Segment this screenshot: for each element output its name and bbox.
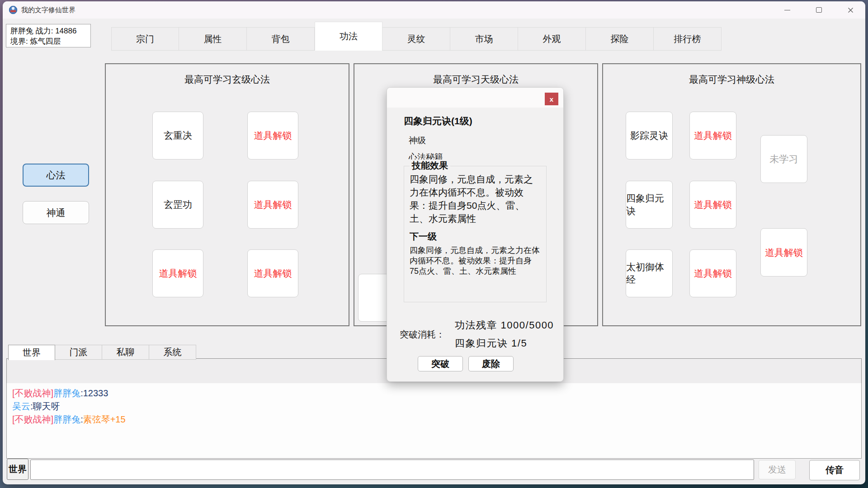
skill-button-locked[interactable]: 道具解锁	[760, 228, 807, 277]
chat-tab-private[interactable]: 私聊	[102, 345, 149, 360]
chat-message-text: :聊天呀	[30, 401, 60, 411]
chat-tab-system[interactable]: 系统	[149, 345, 196, 360]
skill-button-unlearned[interactable]: 未学习	[760, 135, 807, 183]
chat-message: [不败战神]胖胖兔:素弦琴+15	[12, 413, 856, 426]
skill-button-locked[interactable]: 道具解锁	[247, 181, 298, 229]
window-title: 我的文字修仙世界	[21, 6, 75, 14]
chat-channel-button[interactable]: 世界	[7, 459, 28, 480]
skill-button-locked[interactable]: 道具解锁	[247, 249, 298, 297]
chat-player-name: 胖胖兔	[53, 388, 80, 398]
skill-button-locked[interactable]: 道具解锁	[689, 181, 736, 229]
close-button[interactable]	[840, 3, 861, 17]
discard-button[interactable]: 废除	[468, 356, 514, 371]
minimize-icon	[784, 10, 790, 10]
chat-input[interactable]	[30, 460, 754, 480]
tab-shichang[interactable]: 市场	[450, 27, 518, 51]
sidebar-item-shentong[interactable]: 神通	[23, 201, 89, 224]
chat-tab-sect[interactable]: 门派	[55, 345, 102, 360]
chat-message: [不败战神]胖胖兔:12333	[12, 387, 856, 400]
breakthrough-cost-values: 功法残章 1000/5000 四象归元诀 1/5	[455, 316, 564, 352]
skill-effect-box: 技能效果 四象同修，元息自成，元素之力在体内循环不息。被动效果：提升自身50点火…	[404, 166, 547, 302]
skill-effect-text: 四象同修，元息自成，元素之力在体内循环不息。被动效果：提升自身50点火、雷、土、…	[410, 173, 541, 225]
tab-waiguan[interactable]: 外观	[518, 27, 586, 51]
next-level-text: 四象同修，元息自成，元素之力在体内循环不息。被动效果：提升自身75点火、雷、土、…	[410, 245, 541, 277]
skill-button-locked[interactable]: 道具解锁	[689, 112, 736, 160]
panel-xuan-title: 最高可学习玄级心法	[106, 73, 349, 86]
tab-gongfa[interactable]: 功法	[315, 22, 382, 51]
app-window: 我的文字修仙世界 胖胖兔 战力: 14886 境界: 炼气四层 宗门 属性 背包…	[3, 1, 865, 484]
sidebar-item-xinfa[interactable]: 心法	[23, 164, 89, 187]
tab-beibao[interactable]: 背包	[247, 27, 315, 51]
send-button[interactable]: 发送	[759, 460, 796, 479]
panel-shen-title: 最高可学习神级心法	[603, 73, 860, 86]
breakthrough-button[interactable]: 突破	[418, 356, 463, 371]
chat-tab-world[interactable]: 世界	[8, 345, 55, 360]
skill-button[interactable]: 影踪灵诀	[626, 112, 673, 160]
tab-lingwen[interactable]: 灵纹	[382, 27, 450, 51]
tab-zongmen[interactable]: 宗门	[111, 27, 179, 51]
chat-channel-tabs: 世界 门派 私聊 系统	[8, 345, 196, 360]
tab-shuxing[interactable]: 属性	[179, 27, 247, 51]
dialog-skill-title: 四象归元诀(1级)	[404, 115, 472, 127]
main-nav-tabs: 宗门 属性 背包 功法 灵纹 市场 外观 探险 排行榜	[111, 22, 722, 51]
skill-button-locked[interactable]: 道具解锁	[689, 249, 736, 297]
tab-tanxian[interactable]: 探险	[586, 27, 654, 51]
chat-player-title: [不败战神]	[12, 388, 53, 398]
chat-player-name: 胖胖兔	[53, 414, 80, 424]
skill-button-locked[interactable]: 道具解锁	[152, 249, 203, 297]
next-level-label: 下一级	[410, 230, 541, 243]
skill-effect-label: 技能效果	[410, 160, 450, 172]
cost-item: 功法残章 1000/5000	[455, 316, 564, 334]
skill-button[interactable]: 玄重决	[152, 112, 203, 160]
chat-player-name: 吴云	[12, 401, 30, 411]
skill-button[interactable]: 玄罡功	[152, 181, 203, 229]
maximize-button[interactable]	[808, 3, 829, 17]
panel-tian-title: 最高可学习天级心法	[354, 73, 597, 86]
tab-paihangbang[interactable]: 排行榜	[654, 27, 722, 51]
chat-message-text: :12333	[80, 388, 108, 398]
title-bar: 我的文字修仙世界	[3, 1, 865, 19]
skill-button[interactable]: 太初御体经	[626, 249, 673, 297]
close-icon	[847, 7, 854, 14]
panel-shen-grade: 最高可学习神级心法 影踪灵诀 道具解锁 未学习 四象归元诀 道具解锁 太初御体经…	[602, 63, 861, 326]
skill-button[interactable]: 四象归元诀	[626, 181, 673, 229]
chat-player-title: [不败战神]	[12, 414, 53, 424]
dialog-close-button[interactable]: x	[545, 93, 558, 105]
dialog-header	[387, 88, 563, 108]
player-power: 胖胖兔 战力: 14886	[10, 26, 86, 36]
player-realm: 境界: 炼气四层	[10, 36, 86, 47]
chat-message: 吴云:聊天呀	[12, 400, 856, 413]
breakthrough-cost-label: 突破消耗：	[400, 328, 445, 341]
maximize-icon	[816, 7, 822, 13]
voice-button[interactable]: 传音	[809, 460, 860, 480]
minimize-button[interactable]	[777, 3, 797, 17]
dialog-skill-grade: 神级	[409, 135, 426, 146]
desktop: 我的文字修仙世界 胖胖兔 战力: 14886 境界: 炼气四层 宗门 属性 背包…	[0, 0, 868, 488]
app-icon	[9, 5, 18, 14]
player-info-box: 胖胖兔 战力: 14886 境界: 炼气四层	[6, 24, 91, 47]
cost-item: 四象归元诀 1/5	[455, 334, 564, 352]
skill-button-locked[interactable]: 道具解锁	[247, 112, 298, 160]
skill-detail-dialog: x 四象归元诀(1级) 神级 心法秘籍 技能效果 四象同修，元息自成，元素之力在…	[387, 87, 564, 382]
chat-item-link[interactable]: 素弦琴+15	[83, 414, 126, 424]
panel-xuan-grade: 最高可学习玄级心法 玄重决 道具解锁 玄罡功 道具解锁 道具解锁 道具解锁	[105, 63, 349, 326]
chat-message-area[interactable]: [不败战神]胖胖兔:12333 吴云:聊天呀 [不败战神]胖胖兔:素弦琴+15	[6, 383, 862, 459]
